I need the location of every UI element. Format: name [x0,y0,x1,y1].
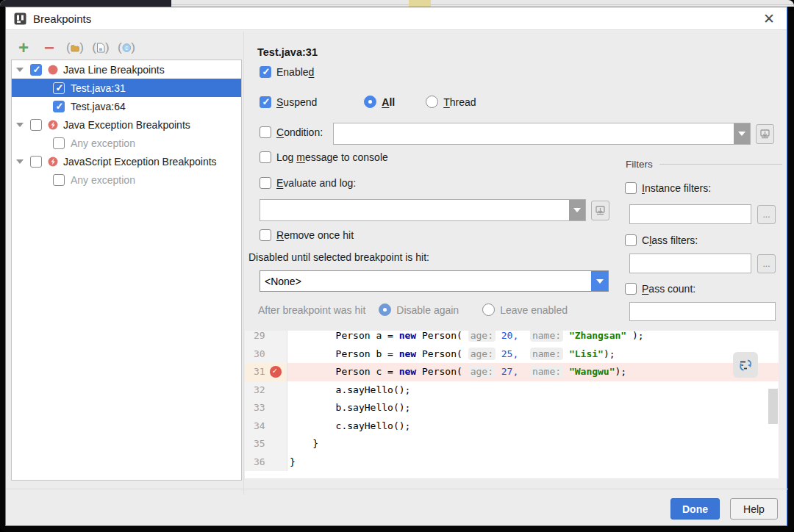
pass-count-row: Pass count: [625,283,695,295]
remove-breakpoint-button[interactable]: − [40,39,58,57]
suspend-thread-radio[interactable] [426,96,438,108]
evaluate-combo [260,199,586,221]
evaluate-checkbox[interactable] [260,177,271,189]
verified-breakpoint-icon[interactable] [270,366,282,378]
pass-count-field [629,302,776,321]
background-fragment [0,0,171,7]
line-number[interactable]: 29 [245,331,287,345]
line-number[interactable]: 36 [245,453,287,472]
code-line: 30 Person b = new Person( age: 25, name:… [245,345,779,364]
line-number[interactable]: 35 [245,435,287,453]
class-filters-input[interactable] [630,254,751,273]
class-filters-checkbox[interactable] [625,234,637,246]
instance-filters-browse-button[interactable]: ... [757,205,776,224]
checkbox-unchecked[interactable] [53,174,65,186]
exception-breakpoint-icon [48,120,58,130]
enabled-checkbox[interactable] [260,66,271,78]
expander-icon[interactable] [16,68,24,72]
tree-item-test-java-31[interactable]: Test.java:31 [12,79,241,97]
condition-expand-button[interactable] [756,124,774,144]
checkbox-unchecked[interactable] [53,137,65,149]
disable-again-label: Disable again [396,304,459,316]
instance-filters-checkbox[interactable] [625,182,637,194]
condition-combo [333,123,751,145]
pass-count-input[interactable] [630,303,775,320]
tree-item-java-exception-breakpoints[interactable]: Java Exception Breakpoints [12,115,241,134]
checkbox-checked[interactable] [53,82,65,94]
checkbox-unchecked[interactable] [30,156,42,168]
instance-filters-row: Instance filters: [625,182,711,194]
panel-splitter[interactable] [243,32,244,495]
line-breakpoint-icon [48,65,58,75]
ellipsis-icon: ... [762,259,770,269]
code-lines: 29 Person a = new Person( age: 20, name:… [245,331,779,471]
disabled-until-dropdown-button[interactable] [591,271,608,291]
checkbox-checked[interactable] [53,101,65,112]
done-button[interactable]: Done [670,498,720,520]
expander-icon[interactable] [16,123,24,127]
line-number[interactable]: 31 [245,363,287,381]
condition-input[interactable] [334,123,734,144]
evaluate-dropdown-button[interactable] [569,200,585,220]
class-filters-browse-button[interactable]: ... [757,254,776,273]
help-button[interactable]: Help [730,498,778,520]
ellipsis-icon: ... [762,209,770,220]
tree-item-java-line-breakpoints[interactable]: Java Line Breakpoints [12,60,241,79]
tree-item-any-exception[interactable]: Any exception [12,170,241,189]
expand-editor-icon [595,205,606,216]
inlay-hints-settings-button[interactable] [733,352,758,378]
code-text: Person a = new Person( age: 20, name: "Z… [287,331,644,345]
breakpoints-dialog: Breakpoints ✕ + − ( ) ( ) [5,7,787,526]
remove-once-checkbox[interactable] [260,229,271,241]
group-by-package-button[interactable]: ( ) [66,39,84,57]
instance-filters-input[interactable] [630,205,751,223]
paren-glyph: ) [131,40,135,55]
after-hit-label: After breakpoint was hit [258,304,365,316]
tree-item-label: Test.java:64 [71,101,126,112]
remove-once-row: Remove once hit [260,229,354,241]
tree-item-any-exception[interactable]: Any exception [12,134,241,152]
disabled-until-combo[interactable] [260,270,609,292]
chevron-down-icon [596,279,604,284]
enabled-label: Enabled [276,66,314,78]
disabled-until-label: Disabled until selected breakpoint is hi… [248,251,429,263]
tree-item-label: Any exception [71,174,135,186]
line-number[interactable]: 34 [245,417,287,436]
class-icon: c [122,43,132,53]
screen: Breakpoints ✕ + − ( ) ( ) [0,0,794,532]
code-text: Person b = new Person( age: 25, name: "L… [287,345,615,364]
condition-dropdown-button[interactable] [734,123,750,144]
leave-enabled-radio[interactable] [482,303,495,316]
disabled-until-value[interactable] [260,271,591,291]
suspend-checkbox[interactable] [260,96,271,108]
condition-checkbox[interactable] [260,126,271,138]
instance-filters-field [629,204,751,224]
tree-item-label: JavaScript Exception Breakpoints [63,156,217,168]
tree-item-javascript-exception-breakpoints[interactable]: JavaScript Exception Breakpoints [12,152,241,170]
class-filters-label: Class filters: [642,234,698,246]
evaluate-input[interactable] [260,200,569,220]
line-number[interactable]: 30 [245,345,287,364]
breakpoints-toolbar: + − ( ) ( ) ( c [15,37,135,59]
pass-count-checkbox[interactable] [625,283,637,295]
close-icon[interactable]: ✕ [763,11,775,26]
tree-item-test-java-64[interactable]: Test.java:64 [12,97,241,115]
dialog-title: Breakpoints [33,12,91,25]
background-fragment [409,0,431,7]
evaluate-expand-button[interactable] [591,201,609,220]
line-number[interactable]: 32 [245,381,287,400]
group-by-class-button[interactable]: ( c ) [118,39,135,57]
checkbox-unchecked[interactable] [30,119,42,131]
group-by-file-button[interactable]: ( ) [92,39,110,57]
checkbox-checked[interactable] [30,64,42,76]
line-number[interactable]: 33 [245,399,287,417]
suspend-all-radio[interactable] [364,96,376,108]
log-message-checkbox[interactable] [260,151,271,163]
log-message-label: Log message to console [276,151,388,163]
filters-group-line [659,164,782,165]
code-scrollbar-thumb[interactable] [768,389,778,424]
disable-again-radio[interactable] [379,303,391,316]
expander-icon[interactable] [16,159,24,164]
condition-row: Condition: [260,126,323,138]
add-breakpoint-button[interactable]: + [15,39,32,57]
